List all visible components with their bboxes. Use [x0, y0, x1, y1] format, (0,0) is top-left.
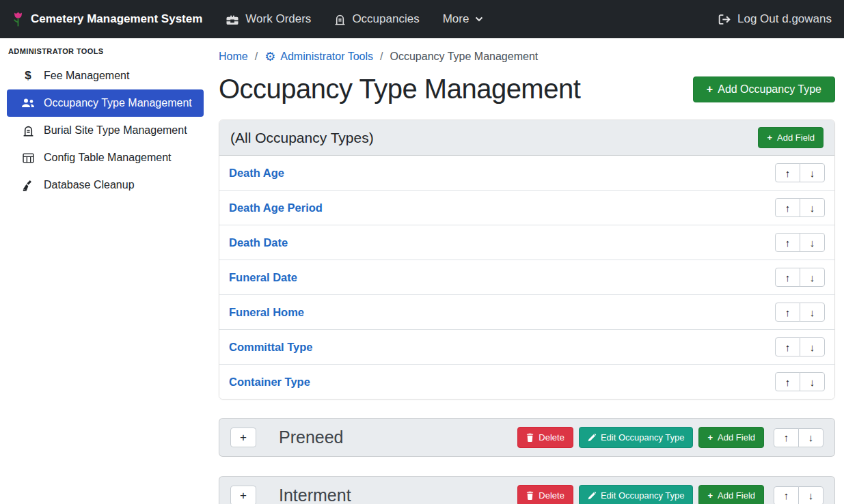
field-link-funeral-home[interactable]: Funeral Home: [229, 306, 304, 319]
field-link-container-type[interactable]: Container Type: [229, 376, 310, 389]
move-down-button[interactable]: ↓: [800, 268, 825, 287]
trash-icon: [526, 433, 534, 442]
all-occupancy-types-header: (All Occupancy Types) + Add Field: [219, 120, 834, 156]
field-row: Death Age Period ↑ ↓: [219, 191, 834, 225]
add-occupancy-type-button[interactable]: + Add Occupancy Type: [693, 76, 835, 102]
plus-icon: +: [767, 132, 772, 143]
all-occupancy-types-card: (All Occupancy Types) + Add Field Death …: [219, 120, 835, 400]
pencil-icon: [588, 434, 596, 442]
breadcrumb-home-link[interactable]: Home: [219, 51, 248, 63]
reorder-controls: ↑ ↓: [775, 303, 825, 322]
breadcrumb-separator: /: [255, 51, 258, 63]
app-title: Cemetery Management System: [31, 12, 202, 26]
reorder-controls: ↑ ↓: [775, 198, 825, 217]
move-down-button[interactable]: ↓: [800, 163, 825, 182]
add-field-button[interactable]: + Add Field: [758, 127, 823, 148]
add-field-button[interactable]: + Add Field: [698, 427, 764, 448]
move-up-button[interactable]: ↑: [775, 163, 800, 182]
move-down-button[interactable]: ↓: [800, 303, 825, 322]
section-title: Interment: [279, 486, 351, 504]
move-down-button[interactable]: ↓: [800, 372, 825, 391]
field-link-death-age-period[interactable]: Death Age Period: [229, 201, 323, 214]
app-brand[interactable]: Cemetery Management System: [12, 11, 202, 28]
tombstone-icon: [334, 14, 346, 25]
sidebar-item-occupancy-type-management[interactable]: Occupancy Type Management: [7, 89, 204, 117]
reorder-controls: ↑ ↓: [774, 486, 823, 504]
trash-icon: [526, 491, 534, 500]
move-up-button[interactable]: ↑: [774, 428, 799, 447]
expand-section-button[interactable]: +: [230, 486, 256, 504]
edit-occupancy-type-button[interactable]: Edit Occupancy Type: [579, 485, 694, 504]
reorder-controls: ↑ ↓: [775, 233, 825, 252]
move-up-button[interactable]: ↑: [775, 233, 800, 252]
logout-button[interactable]: Log Out d.gowans: [718, 12, 832, 26]
nav-label: Work Orders: [245, 12, 311, 26]
field-link-committal-type[interactable]: Committal Type: [229, 341, 313, 354]
sidebar-item-burial-site-type-management[interactable]: Burial Site Type Management: [7, 117, 204, 144]
sidebar-item-label: Fee Management: [44, 70, 129, 82]
move-up-button[interactable]: ↑: [774, 486, 799, 504]
move-down-button[interactable]: ↓: [798, 428, 823, 447]
breadcrumb: Home / ⚙ Administrator Tools / Occupancy…: [219, 51, 835, 63]
plus-icon: +: [707, 490, 713, 501]
nav-label: Occupancies: [352, 12, 419, 26]
flower-logo-icon: [12, 11, 24, 28]
sidebar-item-fee-management[interactable]: $ Fee Management: [7, 62, 204, 89]
main-content: Home / ⚙ Administrator Tools / Occupancy…: [212, 38, 844, 504]
move-down-button[interactable]: ↓: [800, 233, 825, 252]
sidebar-item-label: Burial Site Type Management: [44, 124, 187, 137]
page-title: Occupancy Type Management: [219, 74, 580, 104]
sidebar-item-database-cleanup[interactable]: Database Cleanup: [7, 171, 204, 199]
chevron-down-icon: [475, 16, 483, 22]
edit-occupancy-type-button[interactable]: Edit Occupancy Type: [579, 427, 694, 448]
move-up-button[interactable]: ↑: [775, 337, 800, 356]
sidebar-item-label: Database Cleanup: [44, 179, 135, 191]
sidebar-header: ADMINISTRATOR TOOLS: [0, 47, 212, 62]
logout-icon: [718, 14, 731, 25]
broom-icon: [21, 180, 36, 191]
gear-icon: ⚙: [264, 51, 275, 63]
reorder-controls: ↑ ↓: [775, 337, 825, 356]
nav-item-more[interactable]: More: [443, 12, 484, 26]
admin-tools-sidebar: ADMINISTRATOR TOOLS $ Fee Management Occ…: [0, 38, 212, 504]
reorder-controls: ↑ ↓: [775, 372, 825, 391]
move-down-button[interactable]: ↓: [798, 486, 823, 504]
occupancy-type-section-preneed: + Preneed Delete: [219, 418, 835, 457]
field-row: Committal Type ↑ ↓: [219, 330, 834, 365]
field-link-death-date[interactable]: Death Date: [229, 236, 288, 249]
delete-button[interactable]: Delete: [517, 427, 573, 448]
nav-item-work-orders[interactable]: Work Orders: [226, 12, 311, 26]
card-title: (All Occupancy Types): [230, 130, 374, 146]
field-row: Death Age ↑ ↓: [219, 156, 834, 191]
delete-button[interactable]: Delete: [517, 485, 573, 504]
section-title: Preneed: [279, 428, 344, 447]
move-up-button[interactable]: ↑: [775, 268, 800, 287]
breadcrumb-admin-tools-link[interactable]: ⚙ Administrator Tools: [264, 51, 373, 63]
toolbox-icon: [226, 14, 239, 25]
move-down-button[interactable]: ↓: [800, 198, 825, 217]
nav-label: More: [443, 12, 469, 26]
field-row: Funeral Home ↑ ↓: [219, 295, 834, 330]
add-field-button[interactable]: + Add Field: [698, 485, 764, 504]
move-down-button[interactable]: ↓: [800, 337, 825, 356]
users-icon: [21, 98, 36, 108]
nav-item-occupancies[interactable]: Occupancies: [334, 12, 419, 26]
plus-icon: +: [707, 432, 713, 443]
sidebar-item-config-table-management[interactable]: Config Table Management: [7, 144, 204, 171]
tombstone-icon: [21, 125, 36, 137]
field-link-funeral-date[interactable]: Funeral Date: [229, 271, 297, 284]
pencil-icon: [588, 492, 596, 500]
plus-icon: +: [707, 83, 713, 96]
move-up-button[interactable]: ↑: [775, 303, 800, 322]
field-row: Funeral Date ↑ ↓: [219, 260, 834, 295]
reorder-controls: ↑ ↓: [774, 428, 823, 447]
field-row: Death Date ↑ ↓: [219, 225, 834, 260]
move-up-button[interactable]: ↑: [775, 198, 800, 217]
table-icon: [21, 153, 36, 163]
sidebar-item-label: Occupancy Type Management: [44, 97, 192, 109]
move-up-button[interactable]: ↑: [775, 372, 800, 391]
field-link-death-age[interactable]: Death Age: [229, 167, 284, 180]
reorder-controls: ↑ ↓: [775, 268, 825, 287]
top-navbar: Cemetery Management System Work Orders O…: [0, 0, 844, 38]
expand-section-button[interactable]: +: [230, 428, 256, 447]
